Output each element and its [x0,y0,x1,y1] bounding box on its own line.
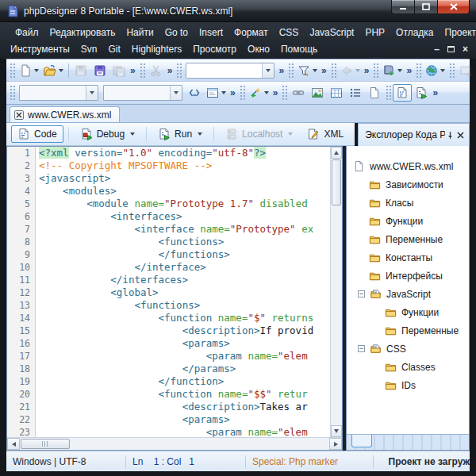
menu-item-0[interactable]: Файл [10,25,44,40]
toolbar-grip[interactable] [240,85,245,101]
toolbar-overflow-chevron[interactable]: » [271,87,280,98]
save-button[interactable] [71,62,90,79]
menu-item-2[interactable]: Найти [121,25,159,40]
vertical-scroll-thumb[interactable] [332,159,341,205]
menu-item-3[interactable]: Go to [159,25,194,40]
tree-item[interactable]: Classes [347,358,469,376]
code-line[interactable]: 18 </params> [7,363,330,375]
toolbar-grip[interactable] [416,63,421,79]
code-line[interactable]: 10 </interface> [7,261,330,274]
editor-vertical-scrollbar[interactable] [330,147,342,437]
tree-item[interactable]: Константы [347,248,469,267]
new-file-button[interactable] [17,62,41,79]
panel-bottom-tab[interactable] [351,435,372,447]
toolbar-grip[interactable] [331,63,336,79]
toolbar-overflow-chevron[interactable]: » [320,65,328,76]
save-all-button[interactable] [109,62,129,79]
navigate-back-button[interactable] [338,62,363,79]
code-editor[interactable]: 1<?xml version="1.0" encoding="utf-8"?>2… [6,146,343,451]
code-snippets-button[interactable] [380,62,405,79]
quick-search-combobox[interactable] [186,63,274,79]
tree-item[interactable]: Класы [347,194,469,212]
toolbar-overflow-chevron[interactable]: » [228,87,237,98]
code-line[interactable]: 17 <param name="elem [7,350,330,363]
wizard-button[interactable] [247,84,271,102]
combo-dropdown-icon[interactable] [170,86,182,100]
pin-icon[interactable] [445,129,455,141]
maximize-button[interactable] [415,0,438,14]
menu-item-row2-0[interactable]: Инструменты [5,42,75,56]
toolbar-overflow-chevron[interactable]: » [166,65,175,76]
menu-item-5[interactable]: Формат [228,25,274,40]
toolbar-overflow-chevron[interactable]: » [277,65,286,76]
menu-item-6[interactable]: CSS [274,25,305,40]
code-line[interactable]: 14 <function name="$" returns [7,312,330,324]
menu-item-1[interactable]: Редактировать [44,25,121,40]
code-line[interactable]: 22 <params> [7,413,330,426]
code-line[interactable]: 8 <functions> [7,236,330,248]
code-line[interactable]: 19 </function> [7,375,330,388]
code-line[interactable]: 2<!-- Copyright MPSOFTWARE --> [7,159,330,172]
code-line[interactable]: 21 <description>Takes ar [7,401,330,413]
scroll-down-icon[interactable] [331,425,342,437]
code-line[interactable]: 1<?xml version="1.0" encoding="utf-8"?> [7,147,330,159]
send-to-button[interactable] [456,62,475,79]
scroll-right-icon[interactable] [329,438,342,450]
code-line[interactable]: 4 <modules> [7,185,330,198]
mdi-restore-icon[interactable] [447,46,455,52]
insert-list-button[interactable] [346,84,365,102]
tree-item[interactable]: www.CWER.ws.xml [347,157,469,175]
horizontal-scroll-thumb[interactable] [21,439,70,449]
class-combobox[interactable] [103,85,182,101]
minimize-button[interactable] [391,0,415,14]
toolbar-grip[interactable] [288,63,294,79]
mdi-minimize-icon[interactable]: – [434,44,440,55]
code-line[interactable]: 12 <global> [7,286,330,299]
panel-close-icon[interactable] [455,129,466,141]
menu-item-7[interactable]: JavaScript [304,25,359,40]
code-line[interactable]: 13 <functions> [7,299,330,312]
document-tab[interactable]: www.CWER.ws.xml [10,106,120,122]
tree-expander-icon[interactable]: − [358,290,365,298]
toolbar-grip[interactable] [140,63,145,79]
filter-button[interactable] [295,62,320,79]
toolbar-overflow-chevron[interactable]: » [431,87,440,98]
insert-table-button[interactable] [327,84,346,102]
menu-item-8[interactable]: PHP [359,25,390,40]
code-line[interactable]: 23 <param name="elem [7,426,330,437]
insert-image-button[interactable] [308,84,327,102]
toolbar-grip[interactable] [10,63,15,79]
code-line[interactable]: 11 </interfaces> [7,274,330,286]
xml-button[interactable]: XML [301,125,350,143]
menu-item-10[interactable]: Проект [440,25,476,40]
scroll-left-icon[interactable] [7,438,20,450]
toolbar-grip[interactable] [10,85,15,101]
toolbar-grip[interactable] [282,85,287,101]
tree-item[interactable]: −JavaScript [347,285,469,303]
code-line[interactable]: 20 <function name="$$" retur [7,388,330,401]
menu-item-row2-2[interactable]: Git [103,42,126,56]
editor-horizontal-scrollbar[interactable] [7,437,342,450]
menu-item-9[interactable]: Отладка [390,25,439,40]
insert-tag-button[interactable] [185,84,204,102]
menu-item-row2-5[interactable]: Окно [242,42,275,56]
code-line[interactable]: 7 <interface name="Prototype" ex [7,223,330,236]
localhost-button[interactable]: Localhost [219,125,299,143]
toolbar-grip[interactable] [373,63,378,79]
style-combobox[interactable] [19,85,98,101]
run-button[interactable]: Run [152,125,209,143]
menu-item-row2-1[interactable]: Svn [75,42,103,56]
tree-item[interactable]: Переменные [347,230,469,248]
toolbar-grip[interactable] [449,63,455,79]
code-button[interactable]: Code [11,125,63,143]
code-view-button[interactable] [393,84,412,102]
tree-item[interactable]: Функции [347,303,469,321]
scroll-up-icon[interactable] [331,147,342,159]
preview-view-button[interactable] [412,84,431,102]
menu-item-row2-6[interactable]: Помощь [275,42,323,56]
toolbar-grip[interactable] [386,85,391,101]
new-page-button[interactable] [365,84,384,102]
code-line[interactable]: 15 <description>If provid [7,324,330,337]
menu-item-row2-3[interactable]: Highlighters [126,42,187,56]
menu-item-4[interactable]: Insert [194,25,228,40]
